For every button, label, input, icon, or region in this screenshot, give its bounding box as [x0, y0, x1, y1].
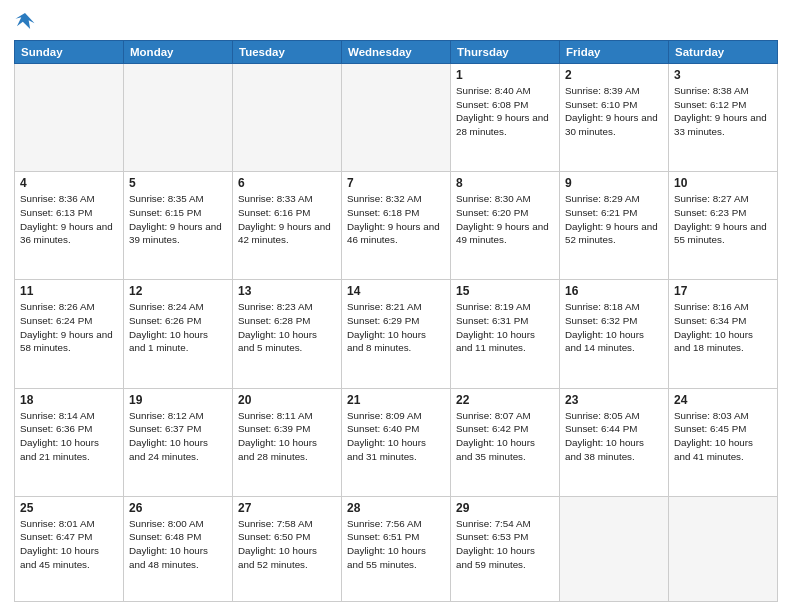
cell-info: Sunrise: 7:54 AMSunset: 6:53 PMDaylight:…	[456, 518, 535, 570]
cell-date: 27	[238, 501, 336, 515]
cell-info: Sunrise: 8:05 AMSunset: 6:44 PMDaylight:…	[565, 410, 644, 462]
calendar-cell: 1 Sunrise: 8:40 AMSunset: 6:08 PMDayligh…	[451, 64, 560, 172]
cell-date: 14	[347, 284, 445, 298]
calendar-cell	[15, 64, 124, 172]
calendar-cell: 22 Sunrise: 8:07 AMSunset: 6:42 PMDaylig…	[451, 388, 560, 496]
header-tuesday: Tuesday	[233, 41, 342, 64]
calendar-header-row: Sunday Monday Tuesday Wednesday Thursday…	[15, 41, 778, 64]
calendar-cell	[669, 496, 778, 601]
cell-info: Sunrise: 8:30 AMSunset: 6:20 PMDaylight:…	[456, 193, 549, 245]
svg-marker-0	[15, 13, 34, 29]
cell-info: Sunrise: 8:07 AMSunset: 6:42 PMDaylight:…	[456, 410, 535, 462]
cell-info: Sunrise: 7:56 AMSunset: 6:51 PMDaylight:…	[347, 518, 426, 570]
cell-info: Sunrise: 8:24 AMSunset: 6:26 PMDaylight:…	[129, 301, 208, 353]
calendar-cell: 27 Sunrise: 7:58 AMSunset: 6:50 PMDaylig…	[233, 496, 342, 601]
cell-info: Sunrise: 8:12 AMSunset: 6:37 PMDaylight:…	[129, 410, 208, 462]
calendar-table: Sunday Monday Tuesday Wednesday Thursday…	[14, 40, 778, 602]
cell-info: Sunrise: 8:32 AMSunset: 6:18 PMDaylight:…	[347, 193, 440, 245]
calendar-cell: 11 Sunrise: 8:26 AMSunset: 6:24 PMDaylig…	[15, 280, 124, 388]
calendar-cell: 5 Sunrise: 8:35 AMSunset: 6:15 PMDayligh…	[124, 172, 233, 280]
cell-date: 15	[456, 284, 554, 298]
calendar-cell: 25 Sunrise: 8:01 AMSunset: 6:47 PMDaylig…	[15, 496, 124, 601]
calendar-cell: 24 Sunrise: 8:03 AMSunset: 6:45 PMDaylig…	[669, 388, 778, 496]
calendar-cell: 17 Sunrise: 8:16 AMSunset: 6:34 PMDaylig…	[669, 280, 778, 388]
calendar-cell: 23 Sunrise: 8:05 AMSunset: 6:44 PMDaylig…	[560, 388, 669, 496]
calendar-cell: 28 Sunrise: 7:56 AMSunset: 6:51 PMDaylig…	[342, 496, 451, 601]
cell-info: Sunrise: 8:26 AMSunset: 6:24 PMDaylight:…	[20, 301, 113, 353]
cell-date: 16	[565, 284, 663, 298]
header-thursday: Thursday	[451, 41, 560, 64]
header-wednesday: Wednesday	[342, 41, 451, 64]
calendar-cell	[124, 64, 233, 172]
cell-info: Sunrise: 8:21 AMSunset: 6:29 PMDaylight:…	[347, 301, 426, 353]
cell-info: Sunrise: 8:36 AMSunset: 6:13 PMDaylight:…	[20, 193, 113, 245]
cell-date: 19	[129, 393, 227, 407]
cell-date: 25	[20, 501, 118, 515]
calendar-cell: 6 Sunrise: 8:33 AMSunset: 6:16 PMDayligh…	[233, 172, 342, 280]
cell-date: 29	[456, 501, 554, 515]
calendar-cell: 21 Sunrise: 8:09 AMSunset: 6:40 PMDaylig…	[342, 388, 451, 496]
calendar-cell: 3 Sunrise: 8:38 AMSunset: 6:12 PMDayligh…	[669, 64, 778, 172]
cell-date: 23	[565, 393, 663, 407]
calendar-cell: 12 Sunrise: 8:24 AMSunset: 6:26 PMDaylig…	[124, 280, 233, 388]
calendar-cell: 4 Sunrise: 8:36 AMSunset: 6:13 PMDayligh…	[15, 172, 124, 280]
calendar-cell: 19 Sunrise: 8:12 AMSunset: 6:37 PMDaylig…	[124, 388, 233, 496]
cell-date: 12	[129, 284, 227, 298]
calendar-cell: 29 Sunrise: 7:54 AMSunset: 6:53 PMDaylig…	[451, 496, 560, 601]
cell-date: 1	[456, 68, 554, 82]
cell-date: 28	[347, 501, 445, 515]
cell-date: 2	[565, 68, 663, 82]
calendar-cell: 8 Sunrise: 8:30 AMSunset: 6:20 PMDayligh…	[451, 172, 560, 280]
calendar-cell: 18 Sunrise: 8:14 AMSunset: 6:36 PMDaylig…	[15, 388, 124, 496]
cell-date: 6	[238, 176, 336, 190]
header-sunday: Sunday	[15, 41, 124, 64]
header-saturday: Saturday	[669, 41, 778, 64]
cell-info: Sunrise: 8:23 AMSunset: 6:28 PMDaylight:…	[238, 301, 317, 353]
cell-date: 26	[129, 501, 227, 515]
calendar-cell: 13 Sunrise: 8:23 AMSunset: 6:28 PMDaylig…	[233, 280, 342, 388]
cell-date: 17	[674, 284, 772, 298]
header-monday: Monday	[124, 41, 233, 64]
cell-info: Sunrise: 8:03 AMSunset: 6:45 PMDaylight:…	[674, 410, 753, 462]
cell-date: 10	[674, 176, 772, 190]
cell-date: 24	[674, 393, 772, 407]
cell-date: 20	[238, 393, 336, 407]
header-friday: Friday	[560, 41, 669, 64]
cell-date: 22	[456, 393, 554, 407]
calendar-cell: 7 Sunrise: 8:32 AMSunset: 6:18 PMDayligh…	[342, 172, 451, 280]
calendar-cell: 16 Sunrise: 8:18 AMSunset: 6:32 PMDaylig…	[560, 280, 669, 388]
cell-info: Sunrise: 8:38 AMSunset: 6:12 PMDaylight:…	[674, 85, 767, 137]
calendar-cell: 20 Sunrise: 8:11 AMSunset: 6:39 PMDaylig…	[233, 388, 342, 496]
cell-date: 9	[565, 176, 663, 190]
cell-date: 5	[129, 176, 227, 190]
calendar-cell: 10 Sunrise: 8:27 AMSunset: 6:23 PMDaylig…	[669, 172, 778, 280]
cell-info: Sunrise: 8:40 AMSunset: 6:08 PMDaylight:…	[456, 85, 549, 137]
cell-date: 8	[456, 176, 554, 190]
calendar-cell: 26 Sunrise: 8:00 AMSunset: 6:48 PMDaylig…	[124, 496, 233, 601]
cell-info: Sunrise: 8:16 AMSunset: 6:34 PMDaylight:…	[674, 301, 753, 353]
cell-date: 21	[347, 393, 445, 407]
logo	[14, 10, 40, 32]
cell-info: Sunrise: 8:11 AMSunset: 6:39 PMDaylight:…	[238, 410, 317, 462]
cell-date: 7	[347, 176, 445, 190]
cell-date: 4	[20, 176, 118, 190]
cell-info: Sunrise: 8:01 AMSunset: 6:47 PMDaylight:…	[20, 518, 99, 570]
logo-bird-icon	[14, 10, 36, 32]
cell-info: Sunrise: 8:39 AMSunset: 6:10 PMDaylight:…	[565, 85, 658, 137]
cell-date: 11	[20, 284, 118, 298]
cell-info: Sunrise: 8:29 AMSunset: 6:21 PMDaylight:…	[565, 193, 658, 245]
cell-info: Sunrise: 7:58 AMSunset: 6:50 PMDaylight:…	[238, 518, 317, 570]
calendar-cell	[560, 496, 669, 601]
calendar-cell	[233, 64, 342, 172]
cell-info: Sunrise: 8:14 AMSunset: 6:36 PMDaylight:…	[20, 410, 99, 462]
cell-info: Sunrise: 8:09 AMSunset: 6:40 PMDaylight:…	[347, 410, 426, 462]
calendar-cell: 9 Sunrise: 8:29 AMSunset: 6:21 PMDayligh…	[560, 172, 669, 280]
cell-info: Sunrise: 8:27 AMSunset: 6:23 PMDaylight:…	[674, 193, 767, 245]
calendar-cell	[342, 64, 451, 172]
cell-date: 13	[238, 284, 336, 298]
header	[14, 10, 778, 32]
cell-info: Sunrise: 8:18 AMSunset: 6:32 PMDaylight:…	[565, 301, 644, 353]
calendar-cell: 15 Sunrise: 8:19 AMSunset: 6:31 PMDaylig…	[451, 280, 560, 388]
cell-info: Sunrise: 8:19 AMSunset: 6:31 PMDaylight:…	[456, 301, 535, 353]
cell-info: Sunrise: 8:00 AMSunset: 6:48 PMDaylight:…	[129, 518, 208, 570]
